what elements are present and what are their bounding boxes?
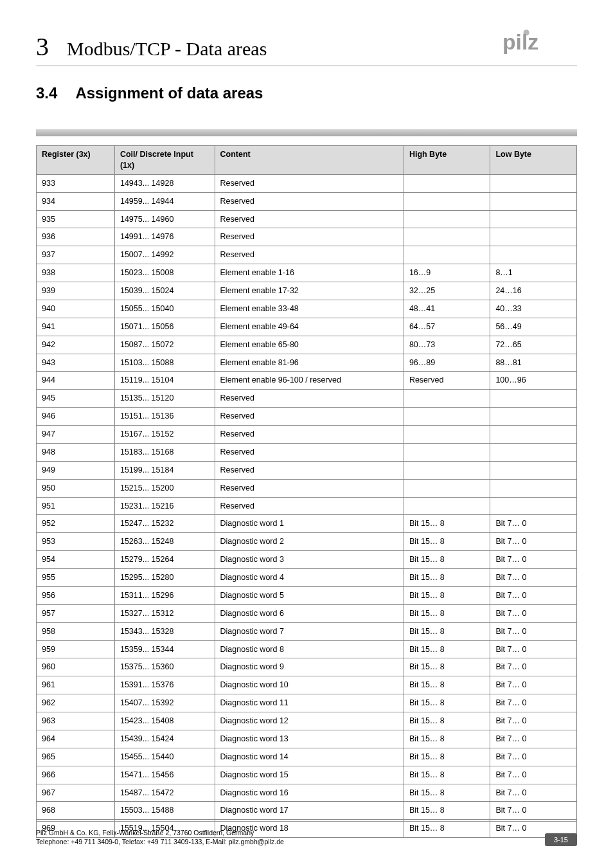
table-row: 95115231... 15216Reserved	[37, 497, 577, 515]
table-cell: Bit 7… 0	[490, 515, 577, 533]
table-cell: 15071... 15056	[114, 318, 215, 336]
table-cell: 15455... 15440	[114, 748, 215, 766]
table-cell: 955	[37, 569, 115, 587]
table-row: 93614991... 14976Reserved	[37, 228, 577, 246]
table-row: 93715007... 14992Reserved	[37, 246, 577, 264]
table-cell	[404, 497, 490, 515]
table-cell: Diagnostic word 5	[215, 586, 404, 604]
table-cell: 936	[37, 228, 115, 246]
th-high-byte: High Byte	[404, 146, 490, 175]
table-cell	[490, 390, 577, 408]
table-cell: 957	[37, 604, 115, 622]
table-cell	[490, 426, 577, 444]
table-cell: Diagnostic word 13	[215, 730, 404, 748]
table-cell: 942	[37, 336, 115, 354]
table-cell: Diagnostic word 17	[215, 802, 404, 820]
table-cell: Bit 15… 8	[404, 676, 490, 694]
table-cell: 939	[37, 282, 115, 300]
table-cell: 15247... 15232	[114, 515, 215, 533]
table-cell: 14959... 14944	[114, 192, 215, 210]
table-cell: 14991... 14976	[114, 228, 215, 246]
data-areas-table: Register (3x) Coil/ Discrete Input (1x) …	[36, 145, 577, 838]
chapter-title: Modbus/TCP - Data areas	[67, 38, 267, 60]
table-cell: 8…1	[490, 264, 577, 282]
table-row: 95215247... 15232Diagnostic word 1Bit 15…	[37, 515, 577, 533]
table-cell: Bit 15… 8	[404, 622, 490, 640]
table-cell	[404, 443, 490, 461]
footer-line2: Telephone: +49 711 3409-0, Telefax: +49 …	[36, 837, 284, 846]
table-cell: 24…16	[490, 282, 577, 300]
table-cell: 15279... 15264	[114, 551, 215, 569]
table-cell: Diagnostic word 12	[215, 712, 404, 730]
table-cell: 963	[37, 712, 115, 730]
table-cell: Diagnostic word 11	[215, 694, 404, 712]
table-cell: 967	[37, 784, 115, 802]
table-cell: 15007... 14992	[114, 246, 215, 264]
table-cell: 15055... 15040	[114, 300, 215, 318]
table-cell: Element enable 81-96	[215, 354, 404, 372]
table-cell: Diagnostic word 1	[215, 515, 404, 533]
table-cell: 953	[37, 533, 115, 551]
table-cell: Bit 15… 8	[404, 730, 490, 748]
table-cell: Bit 7… 0	[490, 766, 577, 784]
table-cell: 934	[37, 192, 115, 210]
table-cell: Bit 15… 8	[404, 533, 490, 551]
table-row: 94315103... 15088Element enable 81-9696……	[37, 354, 577, 372]
table-cell: 15103... 15088	[114, 354, 215, 372]
table-cell: 15343... 15328	[114, 622, 215, 640]
table-cell: 80…73	[404, 336, 490, 354]
table-cell: 964	[37, 730, 115, 748]
table-cell: 947	[37, 426, 115, 444]
table-cell: Diagnostic word 8	[215, 640, 404, 658]
table-cell	[404, 408, 490, 426]
table-cell: 959	[37, 640, 115, 658]
table-row: 96315423... 15408Diagnostic word 12Bit 1…	[37, 712, 577, 730]
table-header-row: Register (3x) Coil/ Discrete Input (1x) …	[37, 146, 577, 175]
table-cell: 15087... 15072	[114, 336, 215, 354]
table-cell: Reserved	[215, 246, 404, 264]
table-cell: 15295... 15280	[114, 569, 215, 587]
table-cell: 14975... 14960	[114, 210, 215, 228]
table-row: 93414959... 14944Reserved	[37, 192, 577, 210]
table-cell: 72…65	[490, 336, 577, 354]
table-cell: Reserved	[215, 390, 404, 408]
table-cell: 15407... 15392	[114, 694, 215, 712]
table-cell: 15375... 15360	[114, 658, 215, 676]
table-row: 94415119... 15104Element enable 96-100 /…	[37, 372, 577, 390]
table-cell: 937	[37, 246, 115, 264]
table-cell: 15439... 15424	[114, 730, 215, 748]
table-cell: 64…57	[404, 318, 490, 336]
table-cell: Reserved	[215, 497, 404, 515]
th-register: Register (3x)	[37, 146, 115, 175]
table-cell: 949	[37, 461, 115, 479]
table-cell: 948	[37, 443, 115, 461]
table-cell	[404, 174, 490, 192]
table-cell: 943	[37, 354, 115, 372]
table-cell: 88…81	[490, 354, 577, 372]
table-cell: Reserved	[215, 228, 404, 246]
table-row: 96815503... 15488Diagnostic word 17Bit 1…	[37, 802, 577, 820]
table-cell: Bit 15… 8	[404, 569, 490, 587]
table-row: 93915039... 15024Element enable 17-3232……	[37, 282, 577, 300]
table-cell: 15391... 15376	[114, 676, 215, 694]
table-cell: Diagnostic word 6	[215, 604, 404, 622]
table-cell: Diagnostic word 3	[215, 551, 404, 569]
table-cell: 15199... 15184	[114, 461, 215, 479]
svg-text:pilz: pilz	[502, 30, 538, 54]
table-cell: Bit 7… 0	[490, 533, 577, 551]
table-cell: Bit 7… 0	[490, 730, 577, 748]
table-cell: 15359... 15344	[114, 640, 215, 658]
table-cell: Bit 15… 8	[404, 604, 490, 622]
table-row: 93314943... 14928Reserved	[37, 174, 577, 192]
table-cell: Bit 7… 0	[490, 604, 577, 622]
table-cell: Bit 7… 0	[490, 640, 577, 658]
th-content: Content	[215, 146, 404, 175]
table-cell: 15327... 15312	[114, 604, 215, 622]
table-cell: Diagnostic word 7	[215, 622, 404, 640]
table-cell	[490, 210, 577, 228]
table-cell: 952	[37, 515, 115, 533]
table-cell: Bit 7… 0	[490, 586, 577, 604]
table-cell: 40…33	[490, 300, 577, 318]
table-cell: Diagnostic word 16	[215, 784, 404, 802]
table-cell	[404, 192, 490, 210]
